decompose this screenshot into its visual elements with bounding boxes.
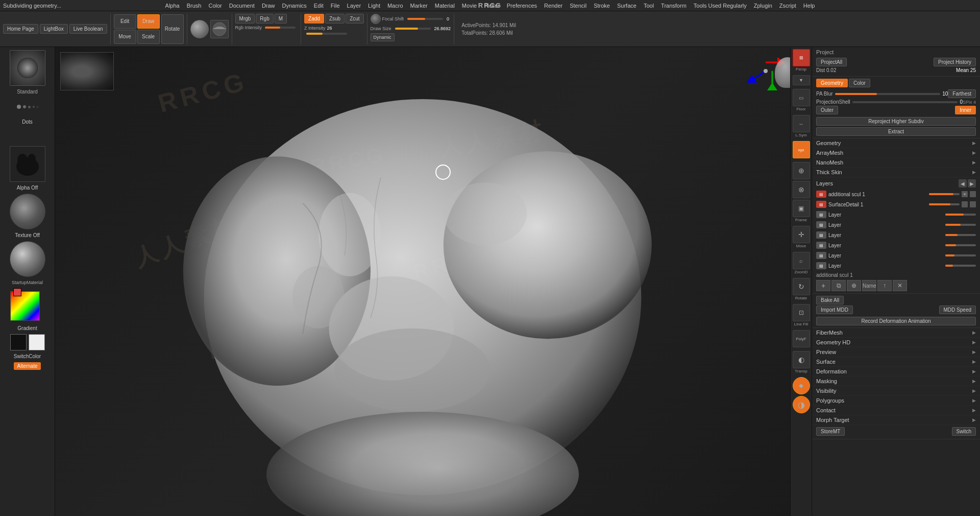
surface-item[interactable]: Surface ▶ — [812, 357, 980, 367]
zadd-button[interactable]: Zadd — [304, 14, 324, 24]
menu-help[interactable]: Help — [803, 3, 815, 9]
polygroups-item[interactable]: Polygroups ▶ — [812, 396, 980, 406]
contact-item[interactable]: Contact ▶ — [812, 406, 980, 415]
zcut-button[interactable]: Zcut — [346, 14, 363, 24]
persp-button[interactable]: ⊞ — [793, 49, 810, 66]
layer-slider-2[interactable] — [929, 203, 960, 205]
menu-tools-used[interactable]: Tools Used Regularly — [694, 3, 747, 9]
preview-item[interactable]: Preview ▶ — [812, 347, 980, 357]
menu-document[interactable]: Document — [229, 3, 255, 9]
zoom3d-button[interactable]: ⌕ — [793, 252, 810, 269]
visibility-item[interactable]: Visibility ▶ — [812, 386, 980, 396]
material-preview[interactable] — [10, 241, 45, 277]
geometry-menu-item[interactable]: Geometry ▶ — [812, 138, 980, 148]
menu-render[interactable]: Render — [544, 3, 562, 9]
move-view-button[interactable]: ✛ — [793, 226, 810, 243]
mrgb-button[interactable]: Mrgb — [235, 14, 255, 24]
array-mesh-menu-item[interactable]: ArrayMesh ▶ — [812, 148, 980, 158]
menu-layer[interactable]: Layer — [347, 3, 361, 9]
color-tab-button[interactable]: Color — [849, 79, 870, 87]
swatch-white[interactable] — [29, 334, 45, 350]
nano-mesh-menu-item[interactable]: NanoMesh ▶ — [812, 158, 980, 168]
menu-edit[interactable]: Edit — [314, 3, 324, 9]
orange-sphere-2[interactable]: ◑ — [793, 396, 810, 413]
menu-stencil[interactable]: Stencil — [570, 3, 586, 9]
m-button[interactable]: M — [275, 14, 287, 24]
menu-stroke[interactable]: Stroke — [594, 3, 610, 9]
menu-marker[interactable]: Marker — [410, 3, 428, 9]
frame-button[interactable]: ▣ — [793, 200, 810, 217]
geometry-hd-item[interactable]: Geometry HD ▶ — [812, 338, 980, 347]
store-mt-button[interactable]: StoreMT — [816, 427, 845, 436]
extract-button[interactable]: Extract — [816, 127, 976, 136]
layer-nav-left[interactable]: ◀ — [959, 179, 967, 187]
menu-transform[interactable]: Transform — [661, 3, 687, 9]
view-toggle-button[interactable]: ▼ — [793, 75, 810, 85]
inner-button[interactable]: Inner — [955, 106, 976, 114]
rotate-button[interactable]: Rotate — [161, 14, 184, 44]
layer-nav-right[interactable]: ▶ — [968, 179, 976, 187]
menu-color[interactable]: Color — [208, 3, 222, 9]
deformation-item[interactable]: Deformation ▶ — [812, 367, 980, 377]
navigation-cube[interactable] — [747, 52, 785, 90]
orbit-button[interactable]: ⊕ — [793, 162, 810, 179]
layer-slider-7[interactable] — [945, 254, 976, 256]
flat-render-button[interactable] — [190, 20, 209, 38]
menu-movie[interactable]: Movie — [462, 3, 477, 9]
scale-button[interactable]: Scale — [137, 30, 160, 44]
layer-slider-4[interactable] — [945, 224, 976, 226]
layer-paste-button[interactable]: ⊕ — [847, 280, 861, 291]
layer-slider-8[interactable] — [945, 265, 976, 267]
swatch-black[interactable] — [10, 334, 27, 350]
menu-alpha[interactable]: Alpha — [165, 3, 180, 9]
lightbox-button[interactable]: LightBox — [40, 24, 68, 34]
alpha-preview[interactable] — [10, 146, 45, 182]
menu-dynamics[interactable]: Dynamics — [282, 3, 307, 9]
matcap-button[interactable] — [210, 20, 229, 38]
menu-surface[interactable]: Surface — [617, 3, 636, 9]
outer-button[interactable]: Outer — [816, 106, 838, 114]
edit-button[interactable]: Edit — [114, 14, 136, 29]
rgb-button[interactable]: Rgb — [256, 14, 273, 24]
layer-slider-1[interactable] — [929, 193, 960, 195]
draw-button[interactable]: Draw — [137, 14, 160, 29]
menu-draw[interactable]: Draw — [262, 3, 275, 9]
zoom-button[interactable]: ⊗ — [793, 181, 810, 198]
layer-eye-2[interactable] — [962, 201, 968, 207]
canvas-area[interactable]: RRCG RRCG 人人素材 人人素材 RRCG RRCG — [55, 47, 790, 516]
menu-brush[interactable]: Brush — [187, 3, 202, 9]
live-boolean-button[interactable]: Live Boolean — [69, 24, 107, 34]
alternate-button[interactable]: Alternate — [14, 362, 40, 370]
zsub-button[interactable]: Zsub — [325, 14, 345, 24]
layer-slider-6[interactable] — [945, 244, 976, 246]
morph-target-item[interactable]: Morph Target ▶ — [812, 415, 980, 425]
layer-copy-button[interactable]: ⧉ — [831, 280, 846, 291]
color-picker[interactable] — [7, 288, 48, 321]
layer-move-button[interactable]: ↑ — [877, 280, 892, 291]
mdd-speed-button[interactable]: MDD Speed — [939, 306, 976, 314]
project-all-button[interactable]: ProjectAll — [816, 58, 847, 66]
menu-light[interactable]: Light — [368, 3, 380, 9]
layer-slider-3[interactable] — [945, 214, 976, 216]
home-page-button[interactable]: Home Page — [3, 24, 38, 34]
menu-macro[interactable]: Macro — [387, 3, 403, 9]
menu-tool[interactable]: Tool — [644, 3, 654, 9]
brush-preview[interactable] — [10, 50, 45, 86]
rotate-view-button[interactable]: ↻ — [793, 278, 810, 295]
masking-item[interactable]: Masking ▶ — [812, 377, 980, 386]
menu-zscript[interactable]: Zscript — [779, 3, 796, 9]
menu-preferences[interactable]: Preferences — [507, 3, 537, 9]
layer-del-2[interactable] — [970, 201, 976, 207]
menu-file[interactable]: File — [331, 3, 340, 9]
lsym-button[interactable]: ↔ — [793, 115, 810, 132]
linefill-button[interactable]: ⊡ — [793, 304, 810, 321]
import-mdd-button[interactable]: Import MDD — [816, 306, 853, 314]
fiber-mesh-item[interactable]: FiberMesh ▶ — [812, 328, 980, 338]
project-history-button[interactable]: Project History — [934, 58, 976, 66]
layer-eye-1[interactable]: 👁 — [962, 191, 968, 197]
dynamic-button[interactable]: Dynamic — [371, 33, 395, 41]
transp-button[interactable]: ◐ — [793, 351, 810, 368]
bake-all-button[interactable]: Bake All — [816, 296, 844, 304]
move-button[interactable]: Move — [114, 30, 136, 44]
floor-button[interactable]: ▭ — [793, 89, 810, 106]
